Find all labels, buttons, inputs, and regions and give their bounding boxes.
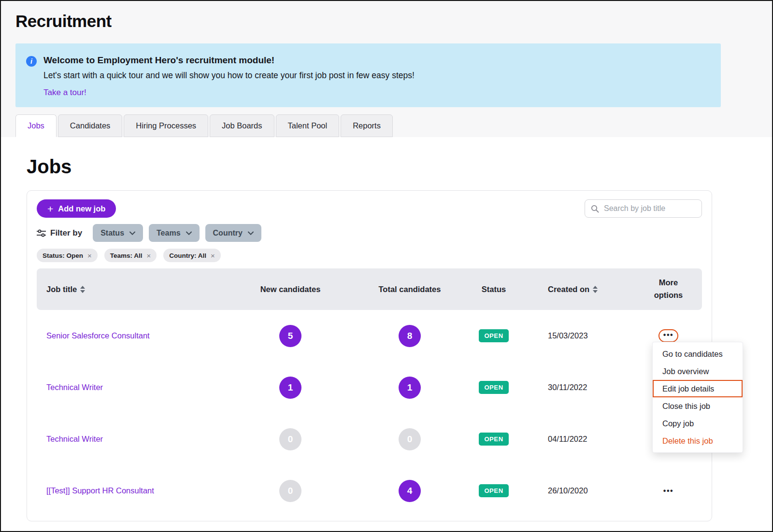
column-total-candidates: Total candidates (357, 285, 463, 294)
column-more-options-label: More options (649, 277, 688, 301)
filter-teams-label: Teams (157, 229, 181, 238)
status-badge: OPEN (479, 381, 509, 394)
job-title-link[interactable]: [[Test]] Support HR Consultant (37, 486, 224, 495)
filter-country-label: Country (213, 229, 243, 238)
table-row: Senior Salesforce Consultant 5 8 OPEN 15… (37, 310, 702, 362)
job-title-link[interactable]: Technical Writer (37, 434, 224, 444)
filter-row: Filter by Status Teams Country (37, 224, 702, 242)
tab-bar: Jobs Candidates Hiring Processes Job Boa… (15, 114, 758, 137)
more-options-button[interactable]: ••• (663, 487, 673, 495)
filter-by-text: Filter by (50, 228, 82, 238)
page-title: Recruitment (15, 1, 758, 35)
new-candidates-count[interactable]: 0 (279, 428, 301, 450)
table-row: [[Test]] Support HR Consultant 0 4 OPEN … (37, 465, 702, 517)
job-title-link[interactable]: Senior Salesforce Consultant (37, 331, 224, 340)
column-job-title: Job title (37, 285, 224, 294)
sort-icon[interactable] (80, 286, 85, 293)
new-candidates-count[interactable]: 0 (279, 480, 301, 502)
tab-job-boards[interactable]: Job Boards (210, 114, 274, 137)
banner-body: Let's start with a quick tour and we wil… (43, 70, 415, 81)
add-new-job-label: Add new job (58, 204, 105, 213)
active-filter-teams[interactable]: Teams: All × (104, 249, 157, 262)
column-job-title-label: Job title (46, 285, 77, 294)
filter-status-dropdown[interactable]: Status (93, 224, 143, 242)
new-candidates-count[interactable]: 1 (279, 377, 301, 399)
total-candidates-count[interactable]: 1 (399, 377, 421, 399)
jobs-panel: + Add new job (27, 190, 712, 521)
job-title-link[interactable]: Technical Writer (37, 383, 224, 392)
recruitment-window: Recruitment i Welcome to Employment Hero… (0, 0, 773, 532)
menu-item-close-this-job[interactable]: Close this job (653, 397, 743, 415)
created-on-date: 30/11/2022 (525, 383, 635, 392)
plus-icon: + (47, 204, 53, 214)
take-a-tour-link[interactable]: Take a tour! (43, 88, 86, 97)
banner-text: Welcome to Employment Hero's recruitment… (43, 55, 415, 107)
status-badge: OPEN (479, 433, 509, 446)
sort-icon[interactable] (593, 286, 598, 293)
column-new-candidates: New candidates (224, 285, 357, 294)
status-badge: OPEN (479, 484, 509, 497)
table-row: Technical Writer 1 1 OPEN 30/11/2022 (37, 362, 702, 413)
chevron-down-icon (186, 231, 192, 235)
chevron-down-icon (129, 231, 135, 235)
menu-item-delete-this-job[interactable]: Delete this job (653, 432, 743, 449)
content-section: Jobs + Add new job (1, 137, 772, 531)
search-box[interactable] (585, 199, 702, 218)
remove-filter-icon[interactable]: × (211, 252, 215, 260)
created-on-date: 04/11/2022 (525, 434, 635, 444)
column-created-on-label: Created on (548, 285, 589, 294)
created-on-date: 26/10/2020 (525, 486, 635, 495)
created-on-date: 15/03/2023 (525, 331, 635, 340)
total-candidates-count[interactable]: 8 (399, 325, 421, 347)
more-options-highlight: ••• (658, 329, 678, 342)
total-candidates-count[interactable]: 4 (399, 480, 421, 502)
tab-jobs[interactable]: Jobs (15, 114, 57, 137)
active-filter-status[interactable]: Status: Open × (37, 249, 98, 262)
info-icon: i (26, 56, 37, 67)
status-badge: OPEN (479, 329, 509, 342)
tab-hiring-processes[interactable]: Hiring Processes (124, 114, 208, 137)
remove-filter-icon[interactable]: × (147, 252, 151, 260)
jobs-table: Job title New candidates Total candidate… (37, 268, 702, 517)
menu-item-copy-job[interactable]: Copy job (653, 415, 743, 432)
welcome-banner: i Welcome to Employment Hero's recruitme… (15, 43, 721, 107)
search-icon (591, 205, 599, 213)
active-filter-country[interactable]: Country: All × (163, 249, 221, 262)
more-options-button[interactable]: ••• (663, 331, 673, 339)
jobs-toolbar: + Add new job (37, 199, 702, 218)
filter-by-label: Filter by (37, 228, 82, 238)
row-context-menu: Go to candidates Job overview Edit job d… (652, 342, 743, 453)
tab-candidates[interactable]: Candidates (58, 114, 122, 137)
menu-item-job-overview[interactable]: Job overview (653, 363, 743, 380)
column-created-on: Created on (525, 285, 635, 294)
active-filter-teams-label: Teams: All (110, 252, 143, 259)
filter-teams-dropdown[interactable]: Teams (149, 224, 200, 242)
search-input[interactable] (603, 204, 696, 213)
menu-item-go-to-candidates[interactable]: Go to candidates (653, 345, 743, 363)
total-candidates-count[interactable]: 0 (399, 428, 421, 450)
table-header: Job title New candidates Total candidate… (37, 268, 702, 310)
column-more-options: More options (635, 277, 702, 301)
filter-status-label: Status (100, 229, 124, 238)
active-filter-status-label: Status: Open (43, 252, 83, 259)
jobs-heading: Jobs (27, 155, 746, 178)
new-candidates-count[interactable]: 5 (279, 325, 301, 347)
top-section: Recruitment i Welcome to Employment Hero… (1, 1, 772, 137)
add-new-job-button[interactable]: + Add new job (37, 199, 116, 218)
column-status: Status (463, 285, 525, 294)
table-row: Technical Writer 0 0 OPEN 04/11/2022 (37, 413, 702, 465)
chevron-down-icon (248, 231, 254, 235)
filter-sliders-icon (37, 229, 46, 237)
active-filters-row: Status: Open × Teams: All × Country: All… (37, 249, 702, 262)
tab-talent-pool[interactable]: Talent Pool (276, 114, 340, 137)
banner-title: Welcome to Employment Hero's recruitment… (43, 55, 415, 66)
tab-reports[interactable]: Reports (341, 114, 393, 137)
remove-filter-icon[interactable]: × (87, 252, 92, 260)
menu-item-edit-job-details[interactable]: Edit job details (653, 380, 743, 397)
active-filter-country-label: Country: All (169, 252, 206, 259)
filter-country-dropdown[interactable]: Country (205, 224, 261, 242)
